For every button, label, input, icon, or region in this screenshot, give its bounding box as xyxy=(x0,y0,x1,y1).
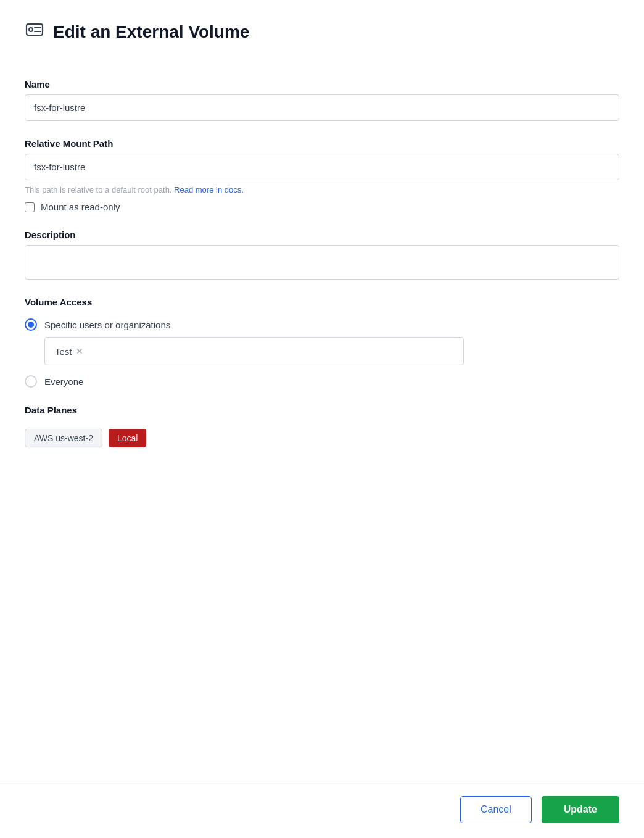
tag-test-remove-button[interactable]: ✕ xyxy=(76,347,83,355)
volume-access-radio-group: Specific users or organizations Test ✕ xyxy=(25,318,619,388)
name-input[interactable] xyxy=(25,94,619,121)
volume-access-group: Volume Access Specific users or organiza… xyxy=(25,297,619,388)
plane-tag-local: Local xyxy=(109,429,146,447)
tag-test-label: Test xyxy=(55,346,72,357)
tag-test: Test ✕ xyxy=(52,345,86,358)
mount-path-field-group: Relative Mount Path This path is relativ… xyxy=(25,138,619,212)
description-field-group: Description xyxy=(25,230,619,280)
data-planes-tags: AWS us-west-2 Local xyxy=(25,429,619,447)
volume-icon xyxy=(25,20,44,44)
radio-specific-label: Specific users or organizations xyxy=(44,320,170,330)
modal-footer: Cancel Update xyxy=(0,781,644,838)
radio-specific[interactable] xyxy=(25,318,37,331)
description-label: Description xyxy=(25,230,619,240)
tags-input-container[interactable]: Test ✕ xyxy=(44,337,464,365)
mount-readonly-row: Mount as read-only xyxy=(25,202,619,212)
radio-row-specific: Specific users or organizations xyxy=(25,318,619,331)
radio-specific-row: Specific users or organizations Test ✕ xyxy=(25,318,619,365)
modal-header: Edit an External Volume xyxy=(0,0,644,59)
description-input[interactable] xyxy=(25,245,619,280)
read-more-link[interactable]: Read more in docs. xyxy=(174,185,244,194)
plane-tag-aws: AWS us-west-2 xyxy=(25,429,102,447)
modal-body: Name Relative Mount Path This path is re… xyxy=(0,59,644,781)
radio-everyone-label: Everyone xyxy=(44,376,83,387)
radio-everyone[interactable] xyxy=(25,375,37,388)
name-field-group: Name xyxy=(25,79,619,121)
modal-container: Edit an External Volume Name Relative Mo… xyxy=(0,0,644,838)
page-title: Edit an External Volume xyxy=(53,22,249,42)
data-planes-label: Data Planes xyxy=(25,405,619,415)
update-button[interactable]: Update xyxy=(542,796,619,823)
name-label: Name xyxy=(25,79,619,89)
mount-path-hint: This path is relative to a default root … xyxy=(25,185,619,194)
mount-path-input[interactable] xyxy=(25,154,619,180)
cancel-button[interactable]: Cancel xyxy=(460,796,532,823)
data-planes-section: Data Planes AWS us-west-2 Local xyxy=(25,405,619,447)
mount-path-label: Relative Mount Path xyxy=(25,138,619,149)
mount-readonly-checkbox[interactable] xyxy=(25,202,35,212)
mount-readonly-label: Mount as read-only xyxy=(41,202,120,212)
volume-access-label: Volume Access xyxy=(25,297,619,307)
svg-point-1 xyxy=(29,28,33,31)
radio-row-everyone: Everyone xyxy=(25,375,619,388)
